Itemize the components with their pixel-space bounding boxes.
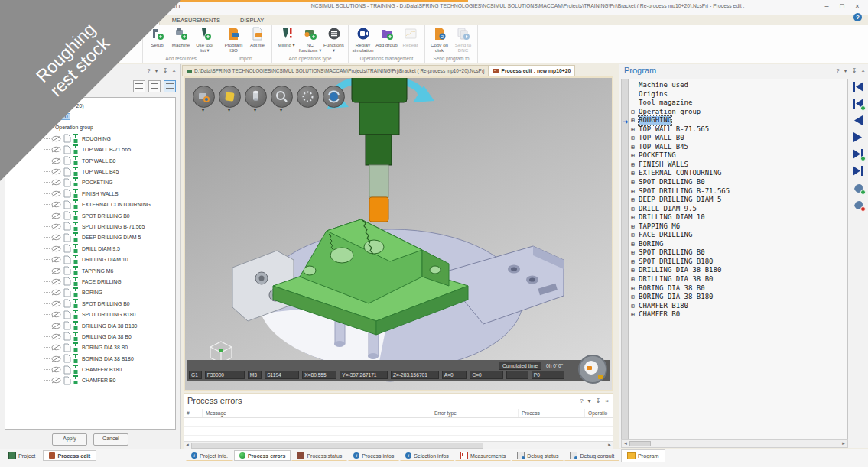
operation-item[interactable]: ROUGHING bbox=[44, 133, 175, 144]
list-view-medium-button[interactable] bbox=[148, 80, 161, 92]
eye-hidden-icon[interactable] bbox=[51, 179, 61, 186]
operation-item[interactable]: SPOT DRILLING B0 bbox=[44, 210, 175, 221]
program-tree-item[interactable]: ⊞ DEEP DRILLING DIAM 5 bbox=[631, 196, 847, 205]
operation-item[interactable]: DRILLING DIA 38 B180 bbox=[44, 320, 175, 331]
panel-toggle-tab[interactable]: Process infos bbox=[348, 450, 399, 461]
panel-help-icon[interactable]: ? bbox=[580, 397, 583, 404]
eye-hidden-icon[interactable] bbox=[51, 234, 61, 241]
program-iso-button[interactable]: Program ISO bbox=[222, 25, 245, 56]
eye-hidden-icon[interactable] bbox=[51, 157, 61, 164]
program-vertical-scrollbar[interactable] bbox=[622, 79, 629, 439]
program-tree-item[interactable]: ⊞ FACE DRILLING bbox=[631, 231, 847, 240]
eye-hidden-icon[interactable] bbox=[51, 245, 61, 252]
operation-item[interactable]: SPOT DRILLING B-71.565 bbox=[44, 221, 175, 232]
panel-close-icon[interactable]: × bbox=[861, 67, 865, 74]
operation-item[interactable]: BORING DIA 38 B0 bbox=[44, 342, 175, 353]
panel-help-icon[interactable]: ? bbox=[147, 67, 150, 74]
pick-operation-stop-button[interactable] bbox=[852, 199, 864, 210]
eye-hidden-icon[interactable] bbox=[51, 311, 61, 318]
eye-hidden-icon[interactable] bbox=[51, 344, 61, 351]
skip-to-end-button[interactable] bbox=[852, 165, 864, 177]
panel-menu-icon[interactable]: ▾ bbox=[155, 67, 158, 74]
panel-pin-icon[interactable]: ↧ bbox=[596, 397, 601, 404]
expand-icon[interactable]: ⊞ bbox=[631, 143, 639, 152]
program-tree-item[interactable]: ⊟ Operation group bbox=[631, 108, 847, 117]
machine-button[interactable]: Machine bbox=[169, 25, 193, 56]
apt-file-button[interactable]: Apt file bbox=[245, 25, 269, 56]
panel-close-icon[interactable]: × bbox=[605, 397, 609, 404]
operation-item[interactable]: DRILLING DIA 38 B0 bbox=[44, 331, 175, 342]
operation-item[interactable]: TOP WALL B0 bbox=[44, 155, 175, 166]
operation-item[interactable]: DRILL DIAM 9.5 bbox=[44, 243, 175, 254]
dropdown-caret-icon[interactable]: ▾ bbox=[254, 107, 256, 112]
program-tree-item[interactable]: ⊞ DRILLING DIA 38 B180 bbox=[631, 266, 847, 275]
minimize-button[interactable]: – bbox=[819, 1, 834, 11]
dropdown-caret-icon[interactable]: ▾ bbox=[228, 107, 230, 112]
eye-hidden-icon[interactable] bbox=[51, 333, 61, 340]
operation-item[interactable]: FACE DRILLING bbox=[44, 276, 175, 287]
expand-icon[interactable]: ⊞ bbox=[631, 240, 639, 249]
panel-close-icon[interactable]: × bbox=[172, 67, 176, 74]
program-tree-item[interactable]: ⊞ CHAMFER B0 bbox=[631, 310, 847, 319]
panel-menu-icon[interactable]: ▾ bbox=[844, 67, 847, 74]
expand-icon[interactable]: ⊞ bbox=[631, 302, 639, 311]
operation-item[interactable]: CHAMFER B0 bbox=[44, 375, 175, 386]
restart-tool-button[interactable] bbox=[852, 98, 864, 109]
expand-icon[interactable]: ⊞ bbox=[631, 275, 639, 284]
expand-icon[interactable]: ⊞ bbox=[631, 213, 639, 222]
operation-item[interactable]: POCKETING bbox=[44, 177, 175, 188]
operation-item[interactable]: SPOT DRILLING B0 bbox=[44, 298, 175, 309]
program-dock-tab[interactable]: Program bbox=[621, 449, 665, 462]
workspace-tab[interactable]: Project bbox=[2, 450, 41, 461]
stock-display-button[interactable]: ▾ bbox=[219, 86, 241, 108]
dropdown-caret-icon[interactable]: ▾ bbox=[202, 107, 204, 112]
scroll-right-icon[interactable]: ► bbox=[607, 442, 612, 449]
skip-to-start-button[interactable] bbox=[852, 81, 864, 92]
operation-item[interactable]: SPOT DRILLING B180 bbox=[44, 309, 175, 319]
workspace-tab[interactable]: Process edit bbox=[43, 450, 96, 461]
eye-hidden-icon[interactable] bbox=[51, 212, 61, 219]
machine-display-button[interactable]: ▾ bbox=[193, 86, 215, 108]
expand-icon[interactable]: ⊞ bbox=[631, 169, 639, 178]
eye-hidden-icon[interactable] bbox=[51, 268, 61, 274]
program-tree-item[interactable]: ⊞ DRILL DIAM 9.5 bbox=[631, 205, 847, 214]
eye-hidden-icon[interactable] bbox=[51, 377, 61, 384]
eye-hidden-icon[interactable] bbox=[51, 366, 61, 373]
program-tree-item[interactable]: ⊞ TOP WALL B-71.565 bbox=[631, 125, 847, 135]
expand-icon[interactable]: ⊞ bbox=[631, 266, 639, 275]
eye-hidden-icon[interactable] bbox=[51, 256, 61, 263]
program-tree-item[interactable]: ⊞ FINISH WALLS bbox=[631, 161, 847, 170]
error-column-header[interactable]: # bbox=[184, 409, 203, 417]
operation-item[interactable]: BORING bbox=[44, 287, 175, 298]
cancel-button[interactable]: Cancel bbox=[93, 433, 128, 446]
program-tree-item[interactable]: ⊞ TAPPING M6 bbox=[631, 222, 847, 232]
expand-icon[interactable]: ⊞ bbox=[631, 134, 639, 143]
eye-hidden-icon[interactable] bbox=[51, 168, 61, 175]
program-tree-item[interactable]: ⊞ ROUGHING bbox=[631, 116, 847, 125]
expand-icon[interactable]: ⊟ bbox=[631, 108, 639, 117]
eye-hidden-icon[interactable] bbox=[51, 300, 61, 307]
operation-item[interactable]: FINISH WALLS bbox=[44, 188, 175, 199]
program-tree-item[interactable]: ⊞ POCKETING bbox=[631, 151, 847, 161]
eye-hidden-icon[interactable] bbox=[51, 201, 61, 208]
play-forward-button[interactable] bbox=[852, 131, 864, 143]
expand-icon[interactable]: ⊞ bbox=[631, 222, 639, 232]
panel-toggle-tab[interactable]: Debug status bbox=[512, 450, 564, 461]
program-tree-item[interactable]: Tool magazine bbox=[631, 99, 847, 108]
panel-pin-icon[interactable]: ↧ bbox=[852, 67, 857, 74]
expand-icon[interactable]: ⊞ bbox=[631, 125, 639, 135]
program-tree-item[interactable]: ⊞ CHAMFER B180 bbox=[631, 302, 847, 311]
tab-project-file[interactable]: D:\Data\SPRING TECHNOLOGIES\NCSIMUL SOLU… bbox=[182, 65, 489, 76]
expand-icon[interactable]: ⊞ bbox=[631, 248, 639, 258]
panel-toggle-tab[interactable]: Selection infos bbox=[400, 450, 454, 461]
panel-toggle-tab[interactable]: Measurements bbox=[455, 450, 511, 461]
nc-functions-button[interactable]: NC functions ▾ bbox=[298, 25, 322, 56]
operation-item[interactable]: TOP WALL B-71.565 bbox=[44, 144, 175, 155]
panel-help-icon[interactable]: ? bbox=[836, 67, 839, 74]
error-column-header[interactable]: Message bbox=[203, 409, 431, 417]
operation-item[interactable]: BORING DIA 38 B180 bbox=[44, 353, 175, 364]
program-horizontal-scrollbar[interactable]: ◄ ► bbox=[621, 439, 848, 448]
operation-item[interactable]: DEEP DRILLING DIAM 5 bbox=[44, 232, 175, 243]
operation-item[interactable]: DRILLING DIAM 10 bbox=[44, 254, 175, 264]
operation-item[interactable]: TAPPING M6 bbox=[44, 265, 175, 276]
